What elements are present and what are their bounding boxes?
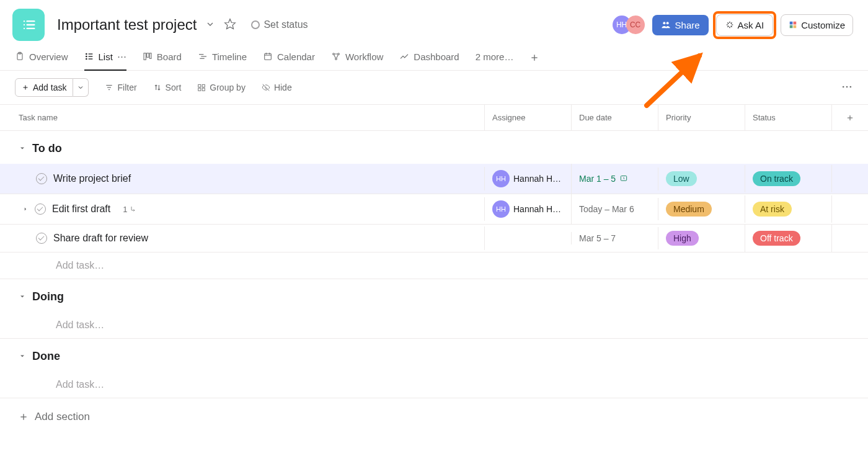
favorite-star-icon[interactable] xyxy=(224,18,236,32)
priority-cell[interactable]: Medium xyxy=(658,195,745,223)
section-header[interactable]: Doing xyxy=(0,279,868,312)
ask-ai-button[interactable]: Ask AI xyxy=(716,14,774,36)
tab-dashboard[interactable]: Dashboard xyxy=(399,48,459,71)
customize-button[interactable]: Customize xyxy=(781,14,853,36)
caret-down-icon xyxy=(19,290,26,303)
sort-button[interactable]: Sort xyxy=(153,83,182,92)
svg-point-46 xyxy=(846,86,848,87)
header-actions: HH CC Share Ask AI Customize xyxy=(613,14,853,36)
task-row[interactable]: Write project briefHHHannah Her…Mar 1 – … xyxy=(0,164,868,194)
chart-icon xyxy=(399,51,409,61)
add-section-button[interactable]: Add section xyxy=(0,398,868,436)
ask-ai-label: Ask AI xyxy=(738,20,764,30)
filter-button[interactable]: Filter xyxy=(105,83,136,92)
due-date-cell[interactable]: Mar 1 – 5 xyxy=(572,168,658,190)
section-header[interactable]: Done xyxy=(0,339,868,372)
project-title[interactable]: Important test project xyxy=(57,16,197,34)
group-by-button[interactable]: Group by xyxy=(197,83,246,92)
complete-check-icon[interactable] xyxy=(36,233,47,244)
svg-rect-27 xyxy=(265,53,272,60)
toolbar-more-icon[interactable] xyxy=(841,81,853,95)
expand-caret-icon[interactable] xyxy=(22,204,29,214)
filter-label: Filter xyxy=(117,83,136,92)
complete-check-icon[interactable] xyxy=(35,203,46,215)
people-icon xyxy=(661,20,671,30)
status-cell[interactable]: At risk xyxy=(745,195,832,223)
assignee-cell[interactable]: HHHannah Her… xyxy=(485,164,572,194)
svg-point-8 xyxy=(666,22,668,24)
add-task-group: Add task xyxy=(15,78,89,97)
add-task-dropdown[interactable] xyxy=(73,78,89,97)
svg-rect-12 xyxy=(794,25,797,29)
tab-list[interactable]: List ⋯ xyxy=(84,47,126,71)
customize-label: Customize xyxy=(801,20,845,30)
svg-rect-9 xyxy=(790,22,793,25)
subtask-icon xyxy=(130,205,137,213)
status-cell[interactable]: On track xyxy=(745,165,832,192)
add-task-inline[interactable]: Add task… xyxy=(0,372,868,398)
svg-rect-23 xyxy=(149,53,151,59)
group-by-label: Group by xyxy=(210,83,246,92)
set-status-button[interactable]: Set status xyxy=(251,19,308,30)
tab-label: Workflow xyxy=(345,51,383,62)
due-date-cell[interactable]: Mar 5 – 7 xyxy=(572,227,658,249)
due-date-cell[interactable]: Today – Mar 6 xyxy=(572,198,658,220)
assignee-name: Hannah Her… xyxy=(513,174,564,184)
svg-rect-22 xyxy=(147,53,149,58)
col-task-name[interactable]: Task name xyxy=(0,105,485,130)
tab-workflow[interactable]: Workflow xyxy=(331,48,383,71)
task-name-cell[interactable]: Share draft for review xyxy=(0,226,485,250)
svg-point-45 xyxy=(843,86,844,87)
group-icon xyxy=(197,83,206,92)
project-header: Important test project Set status HH CC … xyxy=(0,0,868,47)
add-task-inline[interactable]: Add task… xyxy=(0,312,868,339)
status-indicator-icon xyxy=(251,20,260,29)
task-row[interactable]: Share draft for reviewMar 5 – 7HighOff t… xyxy=(0,225,868,253)
task-name-cell[interactable]: Write project brief xyxy=(0,167,485,190)
tab-timeline[interactable]: Timeline xyxy=(198,48,247,71)
task-row[interactable]: Edit first draft1 HHHannah Her…Today – M… xyxy=(0,194,868,225)
add-tab-icon[interactable] xyxy=(529,53,539,65)
add-column-button[interactable] xyxy=(832,105,868,130)
tab-board[interactable]: Board xyxy=(143,48,182,71)
section-header[interactable]: To do xyxy=(0,131,868,164)
svg-rect-43 xyxy=(198,88,201,91)
calendar-icon xyxy=(263,51,273,61)
filter-icon xyxy=(105,83,113,92)
priority-cell[interactable]: Low xyxy=(658,165,745,192)
svg-point-31 xyxy=(333,53,335,55)
assignee-cell[interactable] xyxy=(485,232,572,244)
section-name: Doing xyxy=(32,290,64,303)
tab-calendar[interactable]: Calendar xyxy=(263,48,315,71)
priority-cell[interactable]: High xyxy=(658,225,745,252)
project-menu-chevron-icon[interactable] xyxy=(205,19,215,31)
timeline-icon xyxy=(198,51,208,61)
project-icon[interactable] xyxy=(12,9,45,41)
due-date: Today – Mar 6 xyxy=(579,204,634,214)
avatar[interactable]: CC xyxy=(626,16,645,34)
add-task-inline[interactable]: Add task… xyxy=(0,253,868,279)
member-avatars[interactable]: HH CC xyxy=(613,16,645,34)
tab-overview[interactable]: Overview xyxy=(15,48,68,71)
status-cell[interactable]: Off track xyxy=(745,225,832,252)
extra-cell xyxy=(832,172,868,185)
chevron-down-icon xyxy=(77,84,84,91)
col-status[interactable]: Status xyxy=(745,105,832,130)
col-priority[interactable]: Priority xyxy=(658,105,745,130)
complete-check-icon[interactable] xyxy=(36,173,47,184)
add-task-button[interactable]: Add task xyxy=(15,78,73,97)
hide-button[interactable]: Hide xyxy=(262,83,292,92)
assignee-cell[interactable]: HHHannah Her… xyxy=(485,194,572,224)
status-pill: On track xyxy=(753,171,800,186)
clipboard-icon xyxy=(15,51,25,61)
col-due-date[interactable]: Due date xyxy=(572,105,658,130)
share-button[interactable]: Share xyxy=(652,15,709,35)
tab-options-icon[interactable]: ⋯ xyxy=(117,51,126,62)
col-assignee[interactable]: Assignee xyxy=(485,105,572,130)
tab-more[interactable]: 2 more… xyxy=(476,48,514,71)
task-name-cell[interactable]: Edit first draft1 xyxy=(0,197,485,221)
svg-point-17 xyxy=(86,56,86,56)
tab-label: Timeline xyxy=(212,51,247,62)
tab-label: List xyxy=(99,51,113,62)
plus-icon xyxy=(19,412,29,422)
